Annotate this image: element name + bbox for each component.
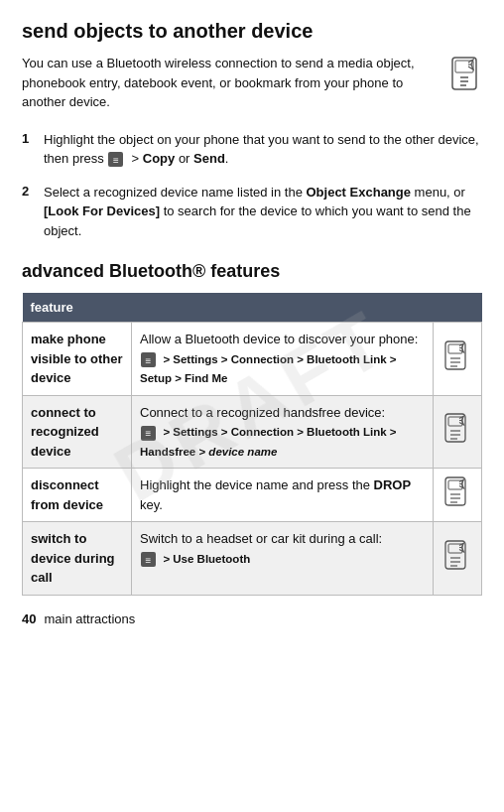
- bluetooth-icon: [441, 476, 473, 508]
- section-heading: advanced Bluetooth® features: [22, 260, 482, 283]
- menu-key-icon: [141, 552, 156, 567]
- menu-key-icon: [141, 426, 156, 441]
- features-table: feature make phone visible to other devi…: [22, 293, 482, 596]
- menu-key-icon: [141, 352, 156, 367]
- menu-path: > Use Bluetooth: [140, 553, 250, 565]
- step-2: 2 Select a recognized device name listed…: [22, 183, 482, 241]
- table-header: feature: [23, 293, 482, 323]
- feature-label: make phone visible to other device: [23, 323, 132, 396]
- feature-description: Allow a Bluetooth device to discover you…: [132, 323, 434, 396]
- menu-path: > Settings > Connection > Bluetooth Link…: [140, 426, 397, 458]
- bluetooth-icon: [441, 540, 473, 572]
- table-row: make phone visible to other device Allow…: [23, 323, 482, 396]
- page-heading: send objects to another device: [22, 18, 482, 44]
- step-1: 1 Highlight the object on your phone tha…: [22, 130, 482, 169]
- table-row: switch to device during call Switch to a…: [23, 522, 482, 596]
- footer: 40 main attractions: [22, 611, 482, 626]
- feature-icon-cell: [434, 323, 482, 396]
- feature-icon-cell: [434, 522, 482, 596]
- bluetooth-icon: [441, 413, 473, 445]
- table-row: disconnect from device Highlight the dev…: [23, 469, 482, 522]
- feature-description: Highlight the device name and press the …: [132, 469, 434, 522]
- feature-description: Switch to a headset or car kit during a …: [132, 522, 434, 596]
- feature-label: disconnect from device: [23, 469, 132, 522]
- feature-icon-cell: [434, 469, 482, 522]
- svg-rect-1: [455, 61, 473, 72]
- feature-icon-cell: [434, 395, 482, 469]
- menu-path: > Settings > Connection > Bluetooth Link…: [140, 353, 397, 385]
- feature-label: connect to recognized device: [23, 395, 132, 469]
- table-row: connect to recognized device Connect to …: [23, 395, 482, 469]
- step-2-text: Select a recognized device name listed i…: [44, 183, 482, 241]
- intro-section: You can use a Bluetooth wireless connect…: [22, 54, 482, 112]
- menu-key-icon: [108, 152, 123, 167]
- feature-label: switch to device during call: [23, 522, 132, 596]
- bluetooth-icon: [441, 340, 473, 372]
- bluetooth-device-icon: [446, 56, 482, 91]
- feature-description: Connect to a recognized handsfree device…: [132, 395, 434, 469]
- step-1-number: 1: [22, 131, 38, 146]
- steps-section: 1 Highlight the object on your phone tha…: [22, 130, 482, 241]
- step-1-text: Highlight the object on your phone that …: [44, 130, 482, 169]
- step-2-number: 2: [22, 184, 38, 199]
- intro-text: You can use a Bluetooth wireless connect…: [22, 54, 437, 112]
- footer-label: main attractions: [44, 611, 135, 626]
- page-number: 40: [22, 611, 36, 626]
